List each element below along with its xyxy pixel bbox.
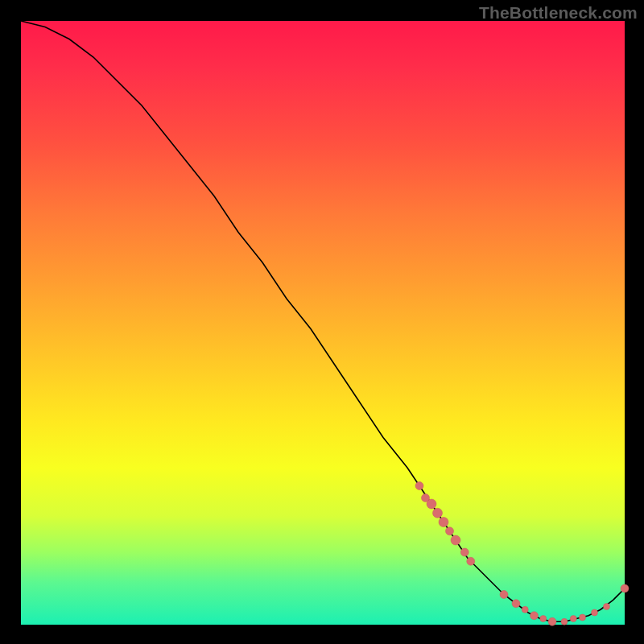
data-marker bbox=[621, 584, 629, 592]
plot-area bbox=[21, 21, 625, 625]
data-marker bbox=[592, 609, 598, 616]
data-marker bbox=[460, 548, 469, 556]
data-marker bbox=[451, 535, 460, 545]
data-marker bbox=[433, 508, 443, 518]
data-marker bbox=[500, 591, 508, 599]
data-marker bbox=[580, 614, 586, 621]
data-markers bbox=[415, 482, 629, 626]
data-marker bbox=[530, 612, 539, 620]
data-marker bbox=[467, 557, 475, 565]
data-marker bbox=[512, 600, 520, 608]
data-marker bbox=[540, 616, 547, 622]
watermark-text: TheBottleneck.com bbox=[479, 3, 638, 23]
data-marker bbox=[522, 606, 528, 613]
data-marker bbox=[561, 618, 568, 625]
chart-stage: TheBottleneck.com bbox=[0, 0, 644, 644]
data-marker bbox=[548, 617, 556, 625]
data-marker bbox=[415, 482, 423, 490]
data-marker bbox=[427, 499, 436, 509]
data-marker bbox=[446, 527, 454, 535]
chart-svg bbox=[21, 21, 625, 625]
data-marker bbox=[570, 616, 576, 622]
bottleneck-curve bbox=[21, 21, 625, 621]
data-marker bbox=[439, 518, 448, 527]
data-marker bbox=[604, 604, 610, 610]
